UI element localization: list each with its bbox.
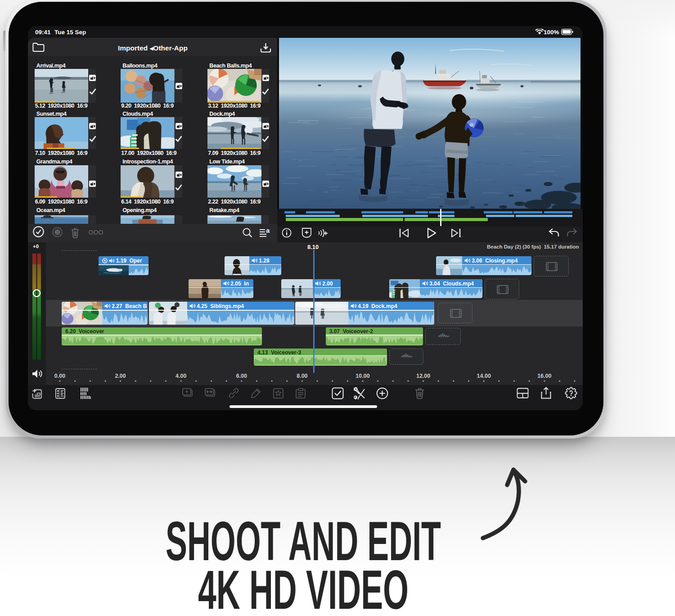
svg-text:a: a xyxy=(266,227,270,234)
svg-text:4K HD VIDEO: 4K HD VIDEO xyxy=(198,559,409,616)
